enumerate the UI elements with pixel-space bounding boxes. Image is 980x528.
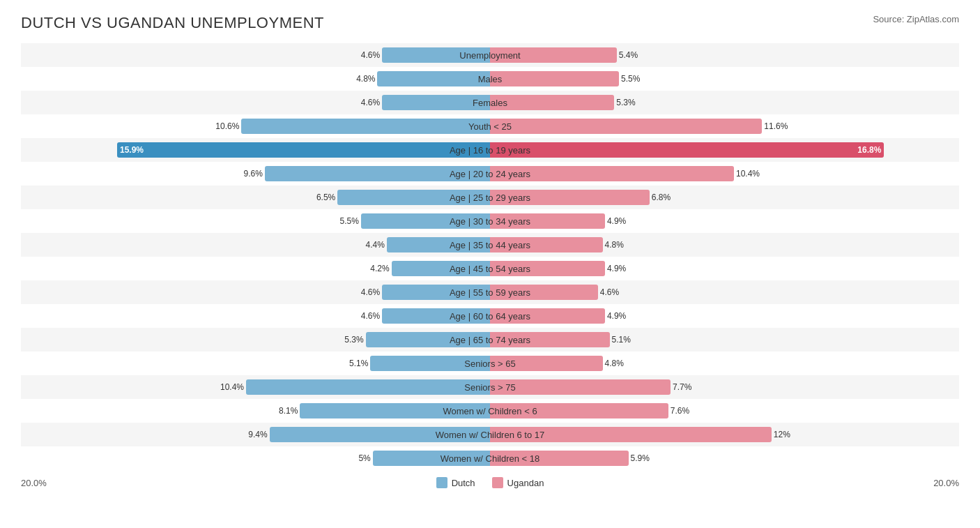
legend-label-dutch: Dutch [452,478,475,488]
right-bar-area: 4.8% [490,352,959,375]
right-value: 5.4% [617,50,638,60]
left-bar [377,71,490,86]
right-bar-area: 7.7% [490,375,959,399]
row-label: Age | 16 to 19 years [447,145,533,156]
chart-row: 9.4%12%Women w/ Children 6 to 17 [21,423,959,446]
left-value: 9.6% [244,169,265,179]
left-bar-area: 4.8% [21,67,490,91]
right-value: 5.1% [610,335,631,345]
row-label: Women w/ Children < 18 [438,453,542,464]
chart-row: 9.6%10.4%Age | 20 to 24 years [21,162,959,186]
left-bar-area: 10.4% [21,375,490,399]
right-bar-area: 12% [490,423,959,446]
chart-row: 4.6%4.6%Age | 55 to 59 years [21,280,959,304]
right-bar-area: 11.6% [490,114,959,138]
chart-footer: 20.0% Dutch Ugandan 20.0% [21,477,959,488]
left-bar-area: 9.6% [21,162,490,186]
left-value: 4.8% [356,74,377,84]
left-value: 5% [358,453,372,463]
row-label: Women w/ Children < 6 [440,406,539,416]
right-bar-area: 6.8% [490,186,959,209]
left-bar-area: 4.4% [21,233,490,257]
chart-row: 4.6%5.3%Females [21,91,959,114]
row-label: Males [475,74,505,84]
row-label: Women w/ Children 6 to 17 [433,430,548,440]
right-value: 5.9% [629,453,650,463]
left-bar-area: 5% [21,446,490,470]
left-bar-area: 5.5% [21,209,490,233]
left-value: 4.6% [361,50,382,60]
left-bar-area: 4.2% [21,257,490,280]
legend-box-ugandan [492,477,503,488]
right-value: 5.3% [614,98,635,107]
left-bar-area: 8.1% [21,399,490,423]
left-value: 4.6% [361,98,382,107]
left-bar-area: 10.6% [21,114,490,138]
right-bar-area: 5.4% [490,43,959,67]
right-bar-area: 4.9% [490,209,959,233]
chart-row: 4.8%5.5%Males [21,67,959,91]
right-bar-area: 7.6% [490,399,959,423]
left-bar-area: 6.5% [21,186,490,209]
legend-item-ugandan: Ugandan [492,477,544,488]
right-bar-area: 4.9% [490,304,959,328]
row-label: Age | 25 to 29 years [447,193,533,203]
left-value: 4.2% [370,264,391,273]
left-bar-area: 5.1% [21,352,490,375]
left-value: 10.6% [215,121,241,131]
left-value: 6.5% [316,193,337,202]
row-label: Age | 35 to 44 years [447,240,533,250]
right-value: 4.8% [603,240,624,250]
left-bar: 15.9% [117,142,490,158]
right-bar-area: 5.3% [490,91,959,114]
right-bar-area: 5.1% [490,328,959,352]
row-label: Seniors > 75 [461,382,518,393]
left-value: 4.6% [361,311,382,321]
legend: Dutch Ugandan [436,477,544,488]
chart-row: 6.5%6.8%Age | 25 to 29 years [21,186,959,209]
chart-row: 5.1%4.8%Seniors > 65 [21,352,959,375]
chart-source: Source: ZipAtlas.com [873,14,959,24]
right-value: 10.4% [734,169,760,179]
chart-row: 4.4%4.8%Age | 35 to 44 years [21,233,959,257]
left-bar-area: 4.6% [21,304,490,328]
row-label: Age | 30 to 34 years [447,216,533,227]
right-value: 4.6% [598,287,619,297]
left-value: 15.9% [120,145,144,155]
right-value: 6.8% [650,193,671,202]
row-label: Females [470,98,510,108]
chart-row: 10.6%11.6%Youth < 25 [21,114,959,138]
left-value: 10.4% [220,382,246,392]
chart-row: 8.1%7.6%Women w/ Children < 6 [21,399,959,423]
legend-box-dutch [436,477,447,488]
right-bar-area: 4.8% [490,233,959,257]
left-bar-area: 15.9% [21,138,490,162]
left-value: 4.4% [366,240,387,250]
left-value: 5.1% [349,359,370,368]
right-bar-area: 10.4% [490,162,959,186]
left-value: 5.3% [344,335,365,345]
right-value: 7.6% [668,406,689,416]
right-value: 4.9% [605,311,626,321]
right-value: 11.6% [762,121,788,131]
right-bar [490,119,762,134]
axis-left: 20.0% [21,478,436,488]
left-bar-area: 9.4% [21,423,490,446]
right-bar-area: 5.9% [490,446,959,470]
row-label: Age | 65 to 74 years [447,335,533,345]
chart-header: Dutch vs Ugandan Unemployment Source: Zi… [21,14,959,32]
right-value: 12% [772,430,790,439]
left-bar-area: 4.6% [21,43,490,67]
chart-row: 10.4%7.7%Seniors > 75 [21,375,959,399]
row-label: Age | 45 to 54 years [447,264,533,274]
chart-container: Dutch vs Ugandan Unemployment Source: Zi… [21,14,959,488]
chart-row: 15.9%16.8%Age | 16 to 19 years [21,138,959,162]
left-value: 4.6% [361,287,382,297]
chart-row: 4.2%4.9%Age | 45 to 54 years [21,257,959,280]
left-bar-area: 5.3% [21,328,490,352]
legend-label-ugandan: Ugandan [507,478,544,488]
chart-body: 4.6%5.4%Unemployment4.8%5.5%Males4.6%5.3… [21,43,959,470]
right-bar-area: 16.8% [490,138,959,162]
left-bar-area: 4.6% [21,91,490,114]
left-bar-area: 4.6% [21,280,490,304]
